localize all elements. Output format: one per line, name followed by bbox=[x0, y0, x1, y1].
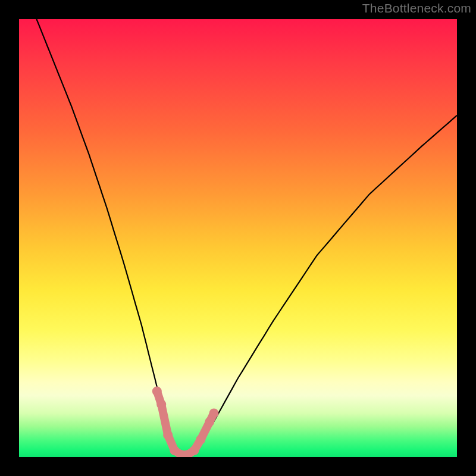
valley-marker bbox=[189, 446, 199, 455]
chart-frame: TheBottleneck.com bbox=[0, 0, 476, 476]
valley-marker bbox=[152, 387, 162, 396]
valley-marker bbox=[196, 435, 205, 444]
bottleneck-curve-svg bbox=[19, 19, 457, 457]
valley-marker bbox=[156, 400, 166, 409]
watermark-text: TheBottleneck.com bbox=[362, 1, 471, 15]
plot-area bbox=[19, 19, 457, 457]
valley-marker bbox=[205, 417, 214, 427]
bottleneck-curve bbox=[36, 19, 457, 457]
valley-marker bbox=[209, 408, 219, 418]
valley-marker bbox=[163, 430, 173, 440]
valley-markers bbox=[152, 387, 219, 457]
